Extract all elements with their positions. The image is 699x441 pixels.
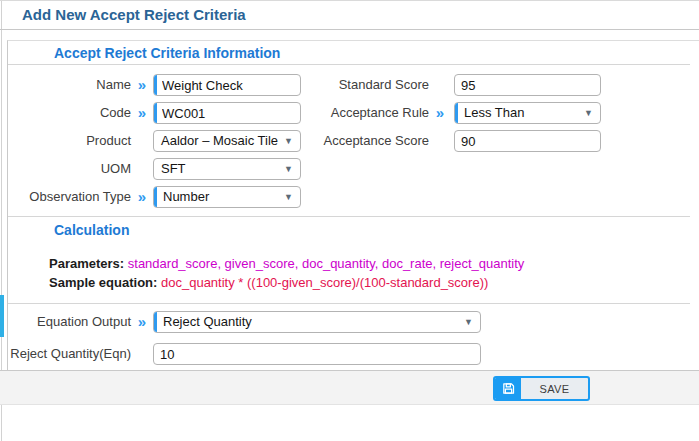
divider [8,216,690,217]
standard-score-label: Standard Score [288,74,429,96]
required-icon: » [134,186,150,208]
standard-score-field-box [454,74,601,96]
product-label: Product [8,130,131,152]
left-scroll-indicator [0,295,4,337]
page-header: Add New Accept Reject Criteria [0,0,699,30]
code-input[interactable] [162,103,294,123]
chevron-down-icon: ▼ [284,188,293,207]
name-input[interactable] [162,75,294,95]
save-button[interactable]: SAVE [493,376,590,401]
observation-type-label: Observation Type [8,186,131,208]
code-label: Code [8,102,131,124]
section-heading-calculation: Calculation [54,221,129,239]
code-field-box [153,102,301,124]
save-button-label: SAVE [521,378,588,399]
uom-select-value: SFT [161,159,186,179]
save-icon [495,378,521,399]
reject-quantity-eqn-label: Reject Quantity(Eqn) [8,343,131,365]
divider [8,303,690,304]
form-panel: Accept Reject Criteria Information Name … [7,40,699,371]
product-select[interactable]: Aaldor – Mosaic Tile ▼ [153,130,301,152]
parameters-list: standard_score, given_score, doc_quantit… [128,256,525,271]
reject-quantity-eqn-input[interactable] [160,344,474,364]
required-icon: » [432,102,448,124]
acceptance-rule-label: Acceptance Rule [288,102,429,124]
uom-label: UOM [8,158,131,180]
observation-type-select-value: Number [163,187,209,207]
acceptance-rule-select[interactable]: Less Than ▼ [454,102,601,124]
reject-quantity-eqn-field-box [153,343,481,365]
acceptance-score-input[interactable] [461,131,594,151]
chevron-down-icon: ▼ [284,160,293,179]
required-icon: » [134,311,150,333]
footer-bar: SAVE [0,370,699,405]
parameters-text: Parameters: standard_score, given_score,… [49,256,524,272]
required-icon: » [134,74,150,96]
section-heading-info: Accept Reject Criteria Information [54,44,280,62]
required-icon: » [134,102,150,124]
equation-output-label: Equation Output [8,311,131,333]
acceptance-score-label: Acceptance Score [288,130,429,152]
acceptance-rule-select-value: Less Than [464,103,524,123]
name-label: Name [8,74,131,96]
sample-equation-value: doc_quantity * ((100-given_score)/(100-s… [161,275,488,290]
sample-equation-label: Sample equation: [49,275,157,290]
parameters-label: Parameters: [49,256,124,271]
name-field-box [153,74,301,96]
chevron-down-icon: ▼ [464,313,473,332]
uom-select[interactable]: SFT ▼ [153,158,301,180]
chevron-down-icon: ▼ [584,104,593,123]
observation-type-select[interactable]: Number ▼ [153,186,301,208]
equation-output-select[interactable]: Reject Quantity ▼ [153,311,481,333]
sample-equation-text: Sample equation: doc_quantity * ((100-gi… [49,275,488,291]
product-select-value: Aaldor – Mosaic Tile [161,131,278,151]
standard-score-input[interactable] [461,75,594,95]
equation-output-select-value: Reject Quantity [163,312,252,332]
add-accept-reject-criteria-page: Add New Accept Reject Criteria Accept Re… [0,0,699,441]
divider [8,64,690,65]
acceptance-score-field-box [454,130,601,152]
page-title: Add New Accept Reject Criteria [22,1,246,29]
